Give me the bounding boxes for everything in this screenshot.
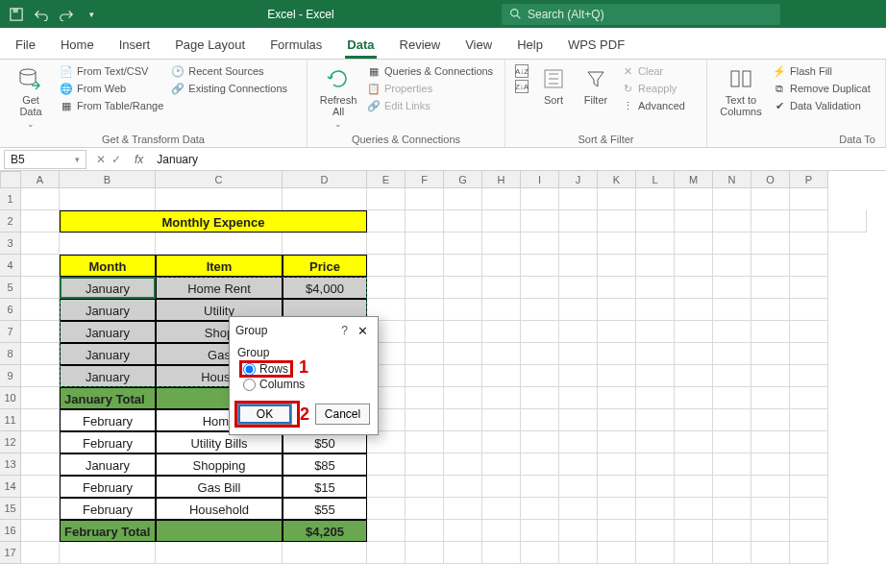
- chevron-down-icon[interactable]: ▾: [75, 155, 80, 164]
- sort-button[interactable]: Sort: [534, 63, 573, 108]
- row-header[interactable]: 11: [0, 409, 21, 431]
- row-header[interactable]: 15: [0, 498, 21, 520]
- save-icon[interactable]: [8, 6, 25, 23]
- queries-connections-button[interactable]: ▦Queries & Connections: [365, 63, 495, 79]
- radio-rows-input[interactable]: [243, 363, 256, 376]
- col-header-J[interactable]: J: [559, 171, 598, 188]
- tab-pagelayout[interactable]: Page Layout: [173, 32, 247, 59]
- header-price[interactable]: Price: [283, 255, 367, 277]
- row-header[interactable]: 1: [0, 188, 21, 210]
- col-header-G[interactable]: G: [444, 171, 482, 188]
- row-header[interactable]: 16: [0, 520, 21, 542]
- tab-formulas[interactable]: Formulas: [268, 32, 324, 59]
- february-total-label[interactable]: February Total: [60, 520, 156, 542]
- ok-button[interactable]: OK: [237, 404, 292, 425]
- radio-columns-input[interactable]: [243, 379, 256, 391]
- table-cell[interactable]: January: [60, 343, 156, 365]
- undo-icon[interactable]: [33, 6, 50, 23]
- redo-icon[interactable]: [58, 6, 75, 23]
- col-header-F[interactable]: F: [406, 171, 444, 188]
- col-header-B[interactable]: B: [60, 171, 156, 188]
- table-cell[interactable]: February: [60, 431, 156, 453]
- sort-asc-button[interactable]: A↓Z: [513, 63, 530, 79]
- row-header[interactable]: 4: [0, 255, 21, 277]
- col-header-K[interactable]: K: [598, 171, 636, 188]
- help-icon[interactable]: ?: [335, 324, 354, 337]
- worksheet[interactable]: A B C D E F G H I J K L M N O P 1 2Month…: [0, 171, 886, 564]
- row-header[interactable]: 9: [0, 365, 21, 387]
- col-header-O[interactable]: O: [751, 171, 790, 188]
- table-cell[interactable]: February: [60, 409, 156, 431]
- col-header-A[interactable]: A: [21, 171, 60, 188]
- filter-button[interactable]: Filter: [577, 63, 615, 108]
- from-text-csv-button[interactable]: 📄From Text/CSV: [58, 63, 165, 79]
- row-header[interactable]: 5: [0, 277, 21, 299]
- col-header-L[interactable]: L: [636, 171, 675, 188]
- tab-file[interactable]: File: [13, 32, 37, 59]
- sort-desc-button[interactable]: Z↓A: [513, 79, 530, 94]
- fx-icon[interactable]: fx: [127, 153, 151, 166]
- table-cell[interactable]: February: [60, 476, 156, 498]
- row-header[interactable]: 8: [0, 343, 21, 365]
- tab-data[interactable]: Data: [345, 32, 376, 59]
- advanced-filter-button[interactable]: ⋮Advanced: [619, 98, 687, 113]
- row-header[interactable]: 3: [0, 233, 21, 255]
- tab-view[interactable]: View: [463, 32, 494, 59]
- search-input[interactable]: [528, 8, 773, 21]
- name-box[interactable]: B5 ▾: [4, 150, 86, 169]
- data-validation-button[interactable]: ✔Data Validation: [771, 98, 873, 113]
- select-all-corner[interactable]: [0, 171, 21, 188]
- table-cell[interactable]: January: [60, 321, 156, 343]
- radio-columns[interactable]: Columns: [241, 377, 370, 392]
- table-cell[interactable]: February: [60, 498, 156, 520]
- february-total-price[interactable]: $4,205: [283, 520, 367, 542]
- col-header-C[interactable]: C: [156, 171, 283, 188]
- row-header[interactable]: 12: [0, 431, 21, 453]
- row-header[interactable]: 14: [0, 476, 21, 498]
- cancel-formula-icon[interactable]: ✕: [96, 153, 106, 166]
- flash-fill-button[interactable]: ⚡Flash Fill: [771, 63, 873, 79]
- table-title[interactable]: Monthly Expence: [60, 210, 367, 233]
- header-item[interactable]: Item: [156, 255, 283, 277]
- text-to-columns-button[interactable]: Text to Columns: [715, 63, 767, 119]
- table-cell[interactable]: Shopping: [156, 453, 283, 476]
- properties-button[interactable]: 📋Properties: [365, 81, 495, 96]
- qat-dropdown-icon[interactable]: ▾: [83, 6, 100, 23]
- header-month[interactable]: Month: [60, 255, 156, 277]
- col-header-E[interactable]: E: [367, 171, 406, 188]
- table-cell[interactable]: Home Rent: [156, 277, 283, 299]
- col-header-D[interactable]: D: [283, 171, 367, 188]
- from-table-range-button[interactable]: ▦From Table/Range: [58, 98, 165, 113]
- col-header-M[interactable]: M: [675, 171, 713, 188]
- existing-connections-button[interactable]: 🔗Existing Connections: [169, 81, 289, 96]
- col-header-H[interactable]: H: [482, 171, 521, 188]
- table-cell[interactable]: January: [60, 277, 156, 299]
- january-total-label[interactable]: January Total: [60, 387, 156, 409]
- col-header-I[interactable]: I: [521, 171, 559, 188]
- reapply-button[interactable]: ↻Reapply: [619, 81, 687, 96]
- row-header[interactable]: 7: [0, 321, 21, 343]
- enter-formula-icon[interactable]: ✓: [111, 153, 121, 166]
- remove-duplicates-button[interactable]: ⧉Remove Duplicat: [771, 81, 873, 96]
- recent-sources-button[interactable]: 🕑Recent Sources: [169, 63, 289, 79]
- tab-home[interactable]: Home: [59, 32, 96, 59]
- table-cell[interactable]: January: [60, 453, 156, 476]
- row-header[interactable]: 13: [0, 453, 21, 476]
- tab-help[interactable]: Help: [515, 32, 545, 59]
- close-icon[interactable]: ✕: [354, 324, 372, 338]
- tab-insert[interactable]: Insert: [117, 32, 153, 59]
- col-header-P[interactable]: P: [790, 171, 828, 188]
- get-data-button[interactable]: Get Data ⌄: [8, 63, 54, 131]
- formula-input[interactable]: January: [151, 153, 886, 166]
- table-cell[interactable]: $85: [283, 453, 367, 476]
- row-header[interactable]: 6: [0, 299, 21, 321]
- row-header[interactable]: 17: [0, 542, 21, 564]
- table-cell[interactable]: January: [60, 365, 156, 387]
- from-web-button[interactable]: 🌐From Web: [58, 81, 165, 96]
- edit-links-button[interactable]: 🔗Edit Links: [365, 98, 495, 113]
- table-cell[interactable]: $15: [283, 476, 367, 498]
- search-box[interactable]: [502, 4, 780, 25]
- table-cell[interactable]: Household: [156, 498, 283, 520]
- table-cell[interactable]: $4,000: [283, 277, 367, 299]
- table-cell[interactable]: [156, 520, 283, 542]
